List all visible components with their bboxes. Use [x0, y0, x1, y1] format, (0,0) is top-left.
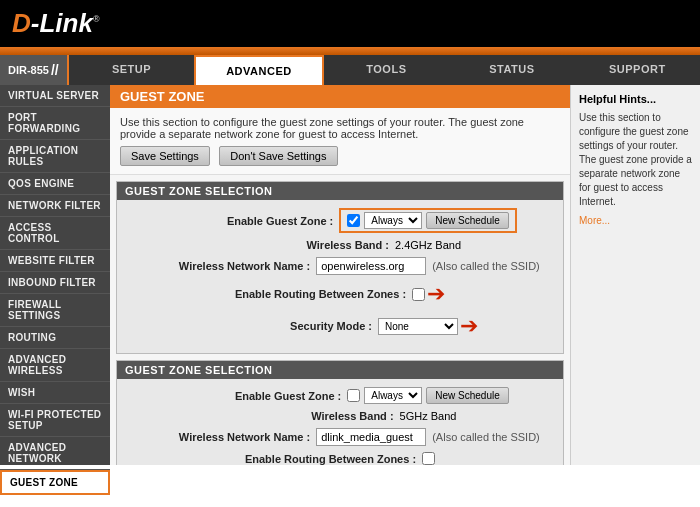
- zone2-ssid-label: Wireless Network Name :: [140, 431, 310, 443]
- zone1-highlight-box: Always New Schedule: [339, 208, 516, 233]
- nav-divider: //: [51, 62, 59, 78]
- zone-section-2-header: GUEST ZONE SELECTION: [117, 361, 563, 379]
- zone2-band-row: Wireless Band : 5GHz Band: [121, 410, 559, 422]
- dont-save-button[interactable]: Don't Save Settings: [219, 146, 337, 166]
- zone1-routing-checkbox[interactable]: [412, 288, 425, 301]
- sidebar-item-firewall-settings[interactable]: FIREWALL SETTINGS: [0, 294, 110, 327]
- zone2-enable-row: Enable Guest Zone : Always New Schedule: [121, 387, 559, 404]
- zone1-enable-checkbox[interactable]: [347, 214, 360, 227]
- sidebar-item-wifi-protected[interactable]: WI-FI PROTECTED SETUP: [0, 404, 110, 437]
- tab-support[interactable]: SUPPORT: [575, 55, 700, 85]
- sidebar-item-wish[interactable]: WISH: [0, 382, 110, 404]
- sidebar-item-website-filter[interactable]: WEBSITE FILTER: [0, 250, 110, 272]
- sidebar-item-advanced-wireless[interactable]: ADVANCED WIRELESS: [0, 349, 110, 382]
- description-box: Use this section to configure the guest …: [110, 108, 570, 175]
- zone1-routing-label: Enable Routing Between Zones :: [235, 288, 406, 300]
- sidebar-item-network-filter[interactable]: NETWORK FILTER: [0, 195, 110, 217]
- zone1-enable-label: Enable Guest Zone :: [163, 215, 333, 227]
- device-label: DIR-855: [8, 64, 49, 76]
- zone1-security-label: Security Mode :: [202, 320, 372, 332]
- zone1-ssid-label: Wireless Network Name :: [140, 260, 310, 272]
- zone-section-2: GUEST ZONE SELECTION Enable Guest Zone :…: [116, 360, 564, 465]
- tab-advanced[interactable]: ADVANCED: [194, 55, 323, 85]
- nav-bar: DIR-855 // SETUP ADVANCED TOOLS STATUS S…: [0, 55, 700, 85]
- zone-1-content: Enable Guest Zone : Always New Schedule …: [117, 200, 563, 353]
- sidebar-item-inbound-filter[interactable]: INBOUND FILTER: [0, 272, 110, 294]
- zone1-ssid-input[interactable]: [316, 257, 426, 275]
- zone1-security-row: Security Mode : None ➔: [121, 313, 559, 339]
- right-panel: Helpful Hints... Use this section to con…: [570, 85, 700, 465]
- zone1-always-select[interactable]: Always: [364, 212, 422, 229]
- zone2-band-label: Wireless Band :: [224, 410, 394, 422]
- zone2-always-select[interactable]: Always: [364, 387, 422, 404]
- page-title: GUEST ZONE: [110, 85, 570, 108]
- zone1-security-select[interactable]: None: [378, 318, 458, 335]
- sidebar-item-qos-engine[interactable]: QOS ENGINE: [0, 173, 110, 195]
- tab-setup[interactable]: SETUP: [69, 55, 194, 85]
- zone1-routing-arrow: ➔: [427, 281, 445, 307]
- sidebar-item-advanced-network[interactable]: ADVANCED NETWORK: [0, 437, 110, 470]
- logo: D-Link®: [12, 8, 100, 39]
- zone2-new-schedule-button[interactable]: New Schedule: [426, 387, 508, 404]
- logo-trademark: ®: [93, 14, 100, 24]
- sidebar-item-virtual-server[interactable]: VIRTUAL SERVER: [0, 85, 110, 107]
- zone2-ssid-input[interactable]: [316, 428, 426, 446]
- header-orange-bar: [0, 47, 700, 55]
- save-settings-button[interactable]: Save Settings: [120, 146, 210, 166]
- zone2-ssid-row: Wireless Network Name : (Also called the…: [121, 428, 559, 446]
- zone1-ssid-hint: (Also called the SSID): [432, 260, 540, 272]
- main-layout: VIRTUAL SERVER PORT FORWARDING APPLICATI…: [0, 85, 700, 465]
- sidebar-item-port-forwarding[interactable]: PORT FORWARDING: [0, 107, 110, 140]
- zone1-ssid-row: Wireless Network Name : (Also called the…: [121, 257, 559, 275]
- device-id: DIR-855 //: [0, 55, 69, 85]
- zone2-enable-label: Enable Guest Zone :: [171, 390, 341, 402]
- sidebar-item-routing[interactable]: ROUTING: [0, 327, 110, 349]
- zone2-enable-controls: Always New Schedule: [347, 387, 508, 404]
- zone-section-1: GUEST ZONE SELECTION Enable Guest Zone :…: [116, 181, 564, 354]
- zone2-ssid-hint: (Also called the SSID): [432, 431, 540, 443]
- zone-section-1-header: GUEST ZONE SELECTION: [117, 182, 563, 200]
- zone1-band-row: Wireless Band : 2.4GHz Band: [121, 239, 559, 251]
- helpful-hints-title: Helpful Hints...: [579, 93, 692, 105]
- logo-link: -Link: [31, 8, 93, 38]
- tab-status[interactable]: STATUS: [449, 55, 574, 85]
- sidebar-item-application-rules[interactable]: APPLICATION RULES: [0, 140, 110, 173]
- tab-tools[interactable]: TOOLS: [324, 55, 449, 85]
- zone1-security-arrow: ➔: [460, 313, 478, 339]
- zone1-routing-row: Enable Routing Between Zones : ➔: [121, 281, 559, 307]
- helpful-hints-text: Use this section to configure the guest …: [579, 111, 692, 209]
- zone2-band-value: 5GHz Band: [400, 410, 457, 422]
- zone2-routing-row: Enable Routing Between Zones :: [121, 452, 559, 465]
- zone-2-content: Enable Guest Zone : Always New Schedule …: [117, 379, 563, 465]
- action-buttons: Save Settings Don't Save Settings: [120, 146, 560, 166]
- zone1-band-label: Wireless Band :: [219, 239, 389, 251]
- header: D-Link®: [0, 0, 700, 47]
- logo-d: D: [12, 8, 31, 38]
- sidebar: VIRTUAL SERVER PORT FORWARDING APPLICATI…: [0, 85, 110, 465]
- zone2-enable-checkbox[interactable]: [347, 389, 360, 402]
- more-link[interactable]: More...: [579, 215, 610, 226]
- content-area: GUEST ZONE Use this section to configure…: [110, 85, 570, 465]
- sidebar-item-guest-zone[interactable]: GUEST ZONE: [0, 470, 110, 495]
- sidebar-item-access-control[interactable]: ACCESS CONTROL: [0, 217, 110, 250]
- zone1-new-schedule-button[interactable]: New Schedule: [426, 212, 508, 229]
- description-text: Use this section to configure the guest …: [120, 116, 560, 140]
- zone1-band-value: 2.4GHz Band: [395, 239, 461, 251]
- zone2-routing-checkbox[interactable]: [422, 452, 435, 465]
- zone1-enable-row: Enable Guest Zone : Always New Schedule: [121, 208, 559, 233]
- zone2-routing-label: Enable Routing Between Zones :: [245, 453, 416, 465]
